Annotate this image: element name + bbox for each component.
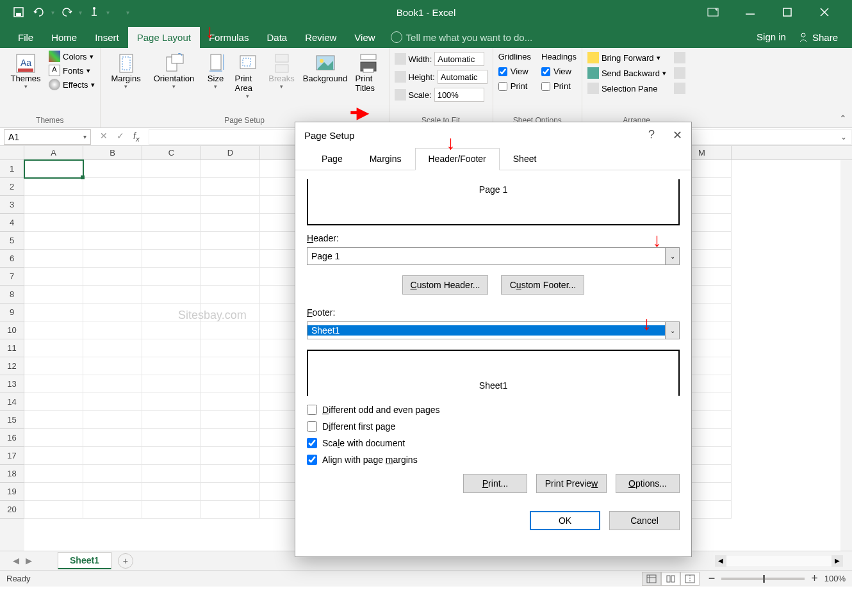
scroll-right-icon[interactable]: ▶ <box>832 555 843 567</box>
group-icon[interactable] <box>674 67 685 79</box>
colors-button[interactable]: Colors ▾ <box>49 51 95 62</box>
cell[interactable] <box>142 501 201 519</box>
dialog-tab-sheet[interactable]: Sheet <box>500 148 550 170</box>
cell[interactable] <box>201 447 260 465</box>
cell[interactable] <box>201 501 260 519</box>
tab-home[interactable]: Home <box>42 27 86 48</box>
cell[interactable] <box>24 465 83 483</box>
cell[interactable] <box>24 321 83 339</box>
cell[interactable] <box>24 483 83 501</box>
tab-formulas[interactable]: Formulas <box>200 27 258 48</box>
row-header[interactable]: 9 <box>0 304 24 321</box>
footer-combo[interactable]: Sheet1 ⌄ <box>307 321 680 339</box>
tab-insert[interactable]: Insert <box>86 27 128 48</box>
rotate-icon[interactable] <box>674 83 685 94</box>
chevron-down-icon[interactable]: ⌄ <box>665 322 679 339</box>
save-icon[interactable] <box>10 4 27 20</box>
cell[interactable] <box>83 160 142 178</box>
column-header[interactable]: B <box>83 146 142 159</box>
vertical-scrollbar[interactable] <box>840 160 852 551</box>
insert-function-icon[interactable]: fx <box>133 131 140 143</box>
row-header[interactable]: 14 <box>0 393 24 411</box>
print-button[interactable]: Print... <box>463 474 527 493</box>
cell[interactable] <box>201 250 260 268</box>
minimize-icon[interactable] <box>741 3 760 22</box>
sign-in-link[interactable]: Sign in <box>757 31 786 43</box>
row-header[interactable]: 12 <box>0 357 24 375</box>
cell[interactable] <box>83 411 142 429</box>
sheet-nav-prev-icon[interactable]: ◀ <box>13 556 19 565</box>
row-header[interactable]: 6 <box>0 250 24 268</box>
dialog-close-icon[interactable]: ✕ <box>673 128 682 142</box>
cancel-button[interactable]: Cancel <box>609 511 680 530</box>
cell[interactable] <box>83 393 142 411</box>
cell[interactable] <box>142 214 201 232</box>
touch-mode-icon[interactable] <box>86 4 102 20</box>
cell[interactable] <box>83 357 142 375</box>
row-header[interactable]: 13 <box>0 375 24 393</box>
selection-pane-button[interactable]: Selection Pane <box>587 83 666 94</box>
row-header[interactable]: 16 <box>0 429 24 447</box>
cell[interactable] <box>83 214 142 232</box>
row-header[interactable]: 5 <box>0 232 24 250</box>
enter-formula-icon[interactable]: ✓ <box>117 131 124 143</box>
cell[interactable] <box>201 268 260 286</box>
select-all-cell[interactable] <box>0 146 24 160</box>
align-icon[interactable] <box>674 52 685 63</box>
cell[interactable] <box>142 178 201 196</box>
cell[interactable] <box>142 357 201 375</box>
zoom-in-button[interactable]: + <box>811 572 818 585</box>
column-header[interactable]: D <box>201 146 260 159</box>
header-combo[interactable]: Page 1 ⌄ <box>307 247 680 265</box>
undo-icon[interactable] <box>31 4 47 20</box>
cell[interactable] <box>24 304 83 321</box>
breaks-button[interactable]: Breaks▾ <box>266 51 298 92</box>
cell[interactable] <box>83 232 142 250</box>
row-header[interactable]: 3 <box>0 196 24 214</box>
align-with-margins-checkbox[interactable]: Align with page margins <box>307 455 680 465</box>
custom-header-button[interactable]: Custom Header... <box>402 275 489 295</box>
cell[interactable] <box>24 286 83 304</box>
background-button[interactable]: Background <box>300 51 350 86</box>
close-icon[interactable] <box>815 3 834 22</box>
cell[interactable] <box>142 447 201 465</box>
page-break-view-icon[interactable] <box>680 572 700 586</box>
cell[interactable] <box>83 501 142 519</box>
cell[interactable] <box>24 232 83 250</box>
cell[interactable] <box>24 429 83 447</box>
horizontal-scrollbar[interactable]: ◀ ▶ <box>715 555 843 567</box>
cell[interactable] <box>201 411 260 429</box>
print-titles-button[interactable]: Print Titles <box>353 51 384 95</box>
custom-footer-button[interactable]: Custom Footer... <box>501 275 584 295</box>
cell[interactable] <box>83 321 142 339</box>
cell[interactable] <box>142 286 201 304</box>
cell[interactable] <box>24 339 83 357</box>
row-header[interactable]: 1 <box>0 160 24 178</box>
dropdown-icon[interactable]: ▾ <box>106 9 110 16</box>
cell[interactable] <box>24 393 83 411</box>
cell[interactable] <box>83 465 142 483</box>
size-button[interactable]: Size▾ <box>202 51 230 92</box>
cell[interactable] <box>142 232 201 250</box>
diff-first-page-checkbox[interactable]: Different first page <box>307 421 680 432</box>
cell[interactable] <box>83 304 142 321</box>
cell[interactable] <box>24 357 83 375</box>
cell[interactable] <box>83 429 142 447</box>
cell[interactable] <box>24 178 83 196</box>
cell[interactable] <box>24 375 83 393</box>
cell[interactable] <box>201 321 260 339</box>
orientation-button[interactable]: Orientation▾ <box>149 51 199 92</box>
cell[interactable] <box>83 178 142 196</box>
cell[interactable] <box>201 429 260 447</box>
cell[interactable] <box>24 268 83 286</box>
themes-button[interactable]: Aa Themes ▾ <box>5 51 46 92</box>
cell[interactable] <box>24 160 83 178</box>
cell[interactable] <box>201 393 260 411</box>
zoom-slider[interactable] <box>721 578 805 580</box>
diff-odd-even-checkbox[interactable]: Different odd and even pages <box>307 405 680 415</box>
options-button[interactable]: Options... <box>616 474 680 493</box>
cell[interactable] <box>83 286 142 304</box>
share-button[interactable]: Share <box>798 31 838 43</box>
ok-button[interactable]: OK <box>530 511 600 530</box>
cell[interactable] <box>142 429 201 447</box>
